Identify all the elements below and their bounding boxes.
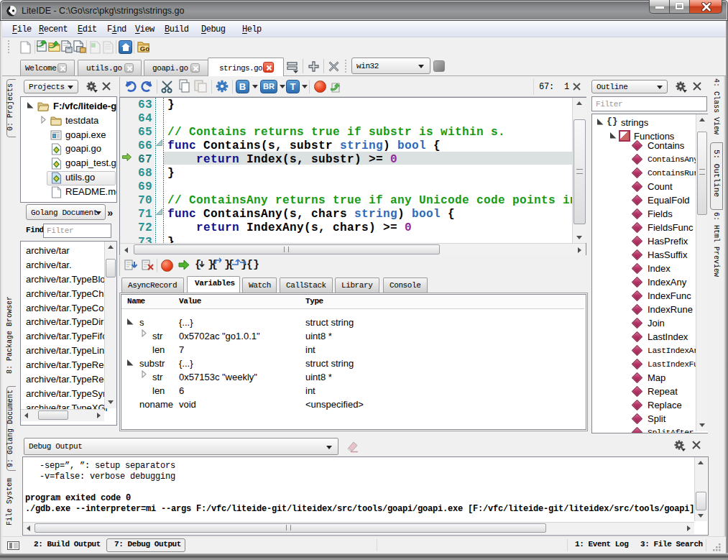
svg-text:Go: Go bbox=[140, 45, 149, 52]
